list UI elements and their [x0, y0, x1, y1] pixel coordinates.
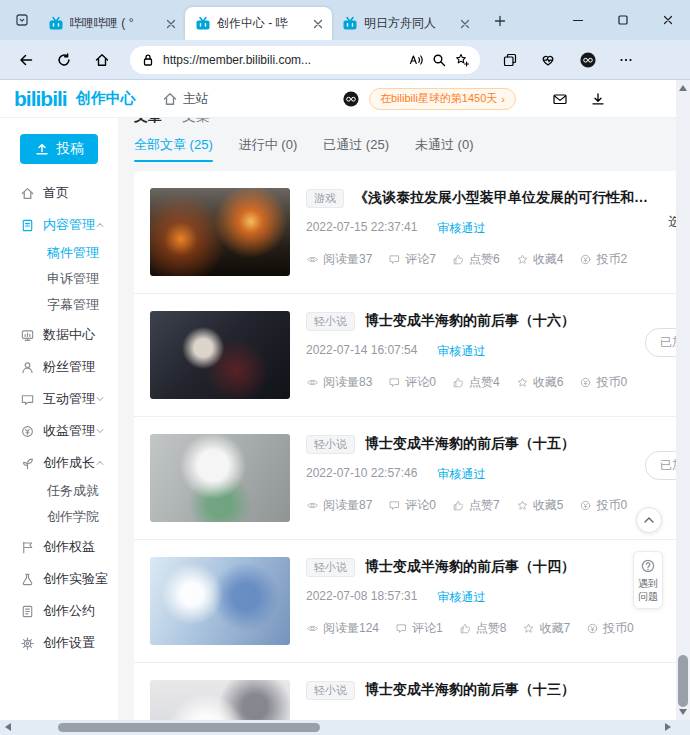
sidebar-item-revenue-management[interactable]: 收益管理 — [0, 416, 118, 446]
settings-more-icon[interactable] — [618, 52, 634, 68]
download-icon[interactable] — [590, 91, 606, 107]
article-title[interactable]: 博士变成半海豹的前后事（十四） — [365, 558, 575, 576]
user-icon — [20, 360, 35, 375]
sidebar-item-creator-lab[interactable]: 创作实验室 — [0, 564, 118, 594]
already-joined-button[interactable]: 已加入 — [645, 328, 676, 357]
tab-close-icon[interactable] — [310, 16, 326, 32]
article-title[interactable]: 博士变成半海豹的前后事（十三） — [365, 681, 575, 699]
vertical-scrollbar-thumb[interactable] — [678, 655, 688, 707]
category-tag: 轻小说 — [306, 681, 355, 700]
back-to-top-button[interactable] — [636, 507, 662, 533]
category-tag: 轻小说 — [306, 312, 355, 331]
tab-actions-menu-button[interactable] — [8, 5, 36, 35]
filter-all-articles[interactable]: 全部文章 (25) — [134, 136, 213, 162]
sidebar-item-data-center[interactable]: 数据中心 — [0, 320, 118, 350]
horizontal-scrollbar — [0, 720, 690, 735]
filter-in-progress[interactable]: 进行中 (0) — [239, 136, 298, 162]
filter-approved[interactable]: 已通过 (25) — [323, 136, 389, 162]
like-icon — [452, 499, 465, 512]
browser-tab-3[interactable]: 明日方舟同人 — [332, 7, 479, 40]
magnifier-icon[interactable] — [431, 52, 447, 68]
tab-close-icon[interactable] — [163, 16, 179, 32]
collection-select-button[interactable]: 选辑 — [668, 213, 676, 231]
url-text[interactable]: https://member.bilibili.com... — [163, 53, 401, 67]
sidebar-item-creator-rights[interactable]: 创作权益 — [0, 532, 118, 562]
maximize-button[interactable] — [600, 0, 645, 40]
sidebar-item-fans-management[interactable]: 粉丝管理 — [0, 352, 118, 382]
sidebar-item-creator-growth[interactable]: 创作成长 — [0, 448, 118, 478]
bilibili-favicon — [195, 16, 211, 32]
browser-tab-1[interactable]: 哔哩哔哩 ( ° — [38, 7, 185, 40]
comments-stat: 评论7 — [388, 251, 436, 268]
favorites-stat: 收藏6 — [516, 374, 564, 391]
article-thumbnail[interactable] — [150, 311, 290, 399]
read-aloud-icon[interactable] — [408, 52, 424, 68]
browser-tab-2-active[interactable]: 创作中心 - 哔 — [185, 7, 332, 40]
views-stat: 阅读量83 — [306, 374, 372, 391]
minimize-button[interactable] — [555, 0, 600, 40]
user-avatar[interactable] — [343, 91, 359, 107]
sidebar-item-content-management[interactable]: 内容管理 — [0, 210, 118, 240]
likes-stat: 点赞6 — [452, 251, 500, 268]
close-window-button[interactable] — [645, 0, 690, 40]
scroll-down-arrow[interactable] — [676, 705, 690, 719]
bilibili-logo[interactable]: bilibili — [14, 88, 67, 109]
article-title[interactable]: 博士变成半海豹的前后事（十六） — [365, 312, 575, 330]
sidebar-item-subtitle-management[interactable]: 字幕管理 — [0, 292, 118, 318]
lock-icon[interactable] — [140, 52, 156, 68]
article-thumbnail[interactable] — [150, 557, 290, 645]
scroll-left-arrow[interactable] — [1, 720, 15, 734]
refresh-icon[interactable] — [56, 52, 72, 68]
address-bar[interactable]: https://member.bilibili.com... — [130, 46, 480, 74]
browser-profile-avatar[interactable] — [580, 52, 596, 68]
favorites-stat: 收藏7 — [522, 620, 570, 637]
sidebar-item-creator-convention[interactable]: 创作公约 — [0, 596, 118, 626]
views-icon — [306, 622, 319, 635]
comment-icon — [395, 622, 408, 635]
sidebar-item-appeal-management[interactable]: 申诉管理 — [0, 266, 118, 292]
help-widget[interactable]: 遇到 问题 — [633, 551, 663, 609]
article-thumbnail[interactable] — [150, 434, 290, 522]
tab-close-icon[interactable] — [457, 16, 473, 32]
home-icon — [162, 91, 178, 107]
favorite-star-icon[interactable] — [454, 52, 470, 68]
article-thumbnail[interactable] — [150, 680, 290, 720]
coin-icon — [579, 376, 592, 389]
bilibili-favicon — [48, 16, 64, 32]
tab-collections[interactable]: 文集 — [182, 118, 210, 126]
filter-rejected[interactable]: 未通过 (0) — [415, 136, 474, 162]
sidebar-item-interaction-management[interactable]: 互动管理 — [0, 384, 118, 414]
comment-icon — [388, 499, 401, 512]
browser-window: 哔哩哔哩 ( ° 创作中心 - 哔 明日方舟同人 https://member.… — [0, 0, 690, 735]
sidebar-item-task-achievement[interactable]: 任务成就 — [0, 478, 118, 504]
like-icon — [459, 622, 472, 635]
article-thumbnail[interactable] — [150, 188, 290, 276]
article-title[interactable]: 《浅谈泰拉发展小型装甲单位发展的可行性和方向》—... — [354, 189, 658, 207]
creation-center-header: bilibili 创作中心 主站 在bilibili星球的第1450天› — [0, 80, 676, 118]
already-joined-button[interactable]: 已加入 — [645, 451, 676, 480]
article-title[interactable]: 博士变成半海豹的前后事（十五） — [365, 435, 575, 453]
tab-articles[interactable]: 文章 — [134, 118, 162, 126]
horizontal-scrollbar-thumb[interactable] — [58, 723, 320, 732]
home-icon[interactable] — [94, 52, 110, 68]
likes-stat: 点赞8 — [459, 620, 507, 637]
collections-icon[interactable] — [502, 52, 518, 68]
browser-essentials-icon[interactable] — [540, 52, 556, 68]
submit-post-button[interactable]: 投稿 — [20, 134, 98, 164]
chevron-right-icon: › — [501, 93, 505, 105]
message-envelope-icon[interactable] — [552, 91, 568, 107]
review-status: 审核通过 — [437, 466, 485, 483]
sidebar-item-home[interactable]: 首页 — [0, 178, 118, 208]
coins-stat: 投币0 — [586, 620, 634, 637]
bilibili-planet-badge[interactable]: 在bilibili星球的第1450天› — [369, 88, 516, 110]
scroll-up-arrow[interactable] — [676, 81, 690, 95]
new-tab-button[interactable] — [487, 8, 513, 34]
sidebar-item-post-management[interactable]: 稿件管理 — [0, 240, 118, 266]
favorites-stat: 收藏4 — [516, 251, 564, 268]
chevron-down-icon — [94, 393, 106, 405]
sidebar-item-creator-academy[interactable]: 创作学院 — [0, 504, 118, 530]
back-icon[interactable] — [18, 52, 34, 68]
main-site-link[interactable]: 主站 — [162, 90, 209, 108]
sidebar-item-creator-settings[interactable]: 创作设置 — [0, 628, 118, 658]
scroll-right-arrow[interactable] — [661, 720, 675, 734]
